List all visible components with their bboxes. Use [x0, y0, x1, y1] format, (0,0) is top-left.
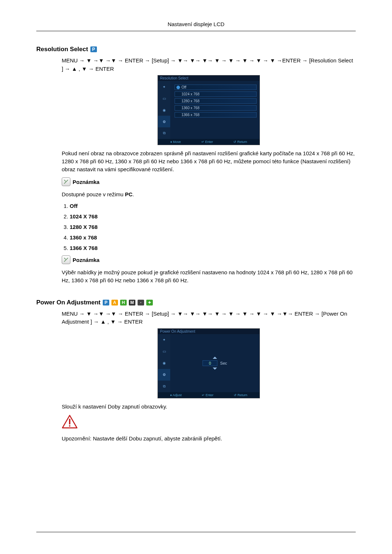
- note-label-1: Poznámka: [73, 179, 99, 185]
- sound-icon: ◉: [158, 104, 170, 116]
- power-on-value[interactable]: 0: [203, 360, 217, 366]
- section-resolution-title: Resolution Select P: [36, 46, 356, 53]
- power-on-warning: Upozornění: Nastavte delší Dobu zapnutí,…: [62, 435, 356, 443]
- osd-power-on-adjustment: Power On Adjustment ✦ ▭ ◉ ⚙ ⧉ 0 Sec: [158, 328, 260, 398]
- mode-badge-m-icon: M: [129, 300, 135, 305]
- svg-point-1: [69, 425, 70, 427]
- note-icon: [62, 255, 70, 264]
- note-row-2: Poznámka: [62, 255, 356, 264]
- footer-rule: [36, 532, 356, 532]
- osd-sidebar: ✦ ▭ ◉ ⚙ ⧉: [158, 81, 170, 139]
- mode-badge-p-icon: P: [103, 300, 109, 305]
- mode-badge-h-icon: H: [120, 300, 127, 305]
- list-item-1280: 1280 X 768: [70, 224, 356, 230]
- warning-icon: [62, 415, 356, 430]
- setup-icon: ⚙: [158, 116, 170, 127]
- list-item-1024: 1024 X 768: [70, 213, 356, 219]
- input-icon: ▭: [158, 93, 170, 104]
- list-item-off: Off: [70, 203, 356, 209]
- osd-hint-return: ↺ Return: [233, 140, 247, 144]
- mode-badge-extra-icon: ·: [138, 300, 144, 305]
- resolution-description: Pokud není obraz na obrazovce zobrazen s…: [62, 149, 356, 173]
- power-on-description: Slouží k nastavení Doby zapnutí obrazovk…: [62, 403, 356, 411]
- resolution-condition-note: Výběr nabídky je možný pouze pokud je gr…: [62, 268, 356, 284]
- mode-badge-p-icon: P: [90, 46, 97, 52]
- section-power-on-title: Power On Adjustment P A H M · ✦: [36, 299, 356, 306]
- osd-sidebar: ✦ ▭ ◉ ⚙ ⧉: [158, 334, 170, 392]
- arrow-down-icon[interactable]: [213, 368, 217, 370]
- picture-icon: ✦: [158, 81, 170, 93]
- resolution-list: Off 1024 X 768 1280 X 768 1360 x 768 136…: [62, 203, 356, 251]
- osd-option-1024[interactable]: 1024 x 768: [175, 91, 257, 97]
- setup-icon: ⚙: [158, 369, 170, 381]
- note-icon: [62, 177, 70, 186]
- arrow-up-icon[interactable]: [213, 357, 217, 359]
- mode-badge-extra2-icon: ✦: [146, 300, 153, 305]
- osd-hint-adjust: ♦ Adjust: [170, 393, 182, 397]
- osd-hint-move: ♦ Move: [170, 140, 181, 144]
- list-item-1366: 1366 X 768: [70, 245, 356, 251]
- osd-option-1280[interactable]: 1280 x 768: [175, 98, 257, 104]
- osd-options: Off 1024 x 768 1280 x 768 1360 x 768 136…: [170, 81, 260, 139]
- osd-hint-enter: ↵ Enter: [201, 140, 213, 144]
- osd-hint-return: ↺ Return: [234, 393, 248, 397]
- section-power-on-text: Power On Adjustment: [36, 299, 101, 306]
- input-icon: ▭: [158, 346, 170, 357]
- header-rule: [36, 31, 356, 31]
- multi-icon: ⧉: [158, 381, 170, 392]
- sound-icon: ◉: [158, 357, 170, 369]
- osd-option-1360[interactable]: 1360 x 768: [175, 105, 257, 111]
- osd-title: Power On Adjustment: [158, 329, 260, 334]
- multi-icon: ⧉: [158, 127, 170, 139]
- osd-footer: ♦ Adjust ↵ Enter ↺ Return: [158, 392, 260, 398]
- osd-option-off[interactable]: Off: [175, 85, 257, 90]
- pc-mode-note: Dostupné pouze v režimu PC.: [62, 190, 356, 198]
- osd-hint-enter: ↵ Enter: [202, 393, 213, 397]
- osd-resolution-select: Resolution Select ✦ ▭ ◉ ⚙ ⧉ Off 1024 x 7…: [158, 75, 260, 145]
- page-header-title: Nastavení displeje LCD: [36, 18, 356, 31]
- osd-option-1366[interactable]: 1366 x 768: [175, 112, 257, 118]
- mode-badge-a-icon: A: [111, 300, 118, 305]
- note-label-2: Poznámka: [73, 257, 99, 263]
- picture-icon: ✦: [158, 334, 170, 346]
- osd-title: Resolution Select: [158, 75, 260, 81]
- power-on-nav-path: MENU → ▼ →▼ →▼ → ENTER → [Setup] → ▼→ ▼→…: [62, 310, 356, 326]
- osd-adjust-area: 0 Sec: [170, 334, 260, 392]
- resolution-nav-path: MENU → ▼ →▼ →▼ → ENTER → [Setup] → ▼→ ▼→…: [62, 57, 356, 73]
- power-on-unit: Sec: [220, 361, 227, 365]
- osd-footer: ♦ Move ↵ Enter ↺ Return: [158, 139, 260, 145]
- section-resolution-text: Resolution Select: [36, 46, 88, 53]
- note-row-1: Poznámka: [62, 177, 356, 186]
- list-item-1360: 1360 x 768: [70, 234, 356, 241]
